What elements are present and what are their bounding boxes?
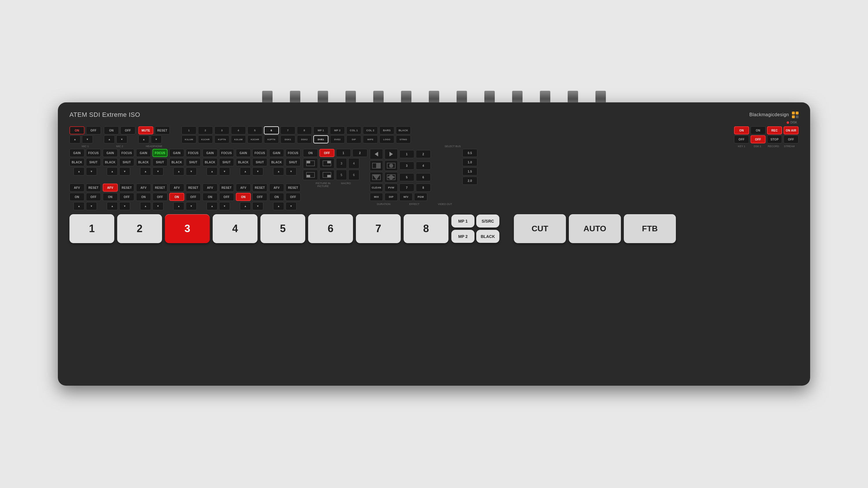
mic1-off-button[interactable]: OFF [86,126,101,134]
bus-btn-mp2[interactable]: MP 2 [330,126,345,134]
strip5-up[interactable]: ▲ [207,167,218,175]
bus-btn-k2chr[interactable]: K2CHR [247,135,262,143]
strip1-reset[interactable]: RESET [86,184,101,192]
bus-btn-dip[interactable]: DIP [346,135,361,143]
ftb-button[interactable]: FTB [624,214,676,243]
stop-button[interactable]: STOP [767,135,782,143]
strip6-black[interactable]: BLACK [236,158,251,166]
bus-btn-8[interactable]: 8 [297,126,312,134]
trans-clean-button[interactable]: CLEAN [370,184,383,192]
strip6-up2[interactable]: ▲ [240,202,251,210]
bus-btn-k2ptn[interactable]: K2PTN [264,135,279,143]
strip6-up[interactable]: ▲ [240,167,251,175]
strip1-shut[interactable]: SHUT [86,158,101,166]
strip6-reset[interactable]: RESET [252,184,267,192]
dsk1-off-button[interactable]: OFF [750,135,766,143]
duration-20-button[interactable]: 2.0 [462,176,477,185]
strip6-afv[interactable]: AFV [236,184,251,192]
strip6-down2[interactable]: ▼ [252,202,263,210]
strip3-up[interactable]: ▲ [140,167,151,175]
strip5-black[interactable]: BLACK [203,158,218,166]
mic1-on-button[interactable]: ON [69,126,85,134]
strip4-reset[interactable]: RESET [186,184,201,192]
duration-05-button[interactable]: 0.5 [462,149,477,157]
strip1-down2[interactable]: ▼ [86,202,97,210]
strip7-reset[interactable]: RESET [286,184,301,192]
strip1-up2[interactable]: ▲ [73,202,85,210]
strip5-down[interactable]: ▼ [219,167,230,175]
effect-dip-button[interactable]: DIP [384,193,398,201]
camera-btn-6[interactable]: 6 [308,214,353,243]
strip4-down2[interactable]: ▼ [186,202,197,210]
trans-pattern-1[interactable] [370,160,383,171]
camera-btn-7[interactable]: 7 [356,214,401,243]
bus-btn-dve2[interactable]: DVE2 [330,135,345,143]
cut-button[interactable]: CUT [514,214,566,243]
strip7-gain[interactable]: GAIN [269,149,284,157]
strip5-up2[interactable]: ▲ [207,202,218,210]
strip4-up2[interactable]: ▲ [173,202,184,210]
strip1-afv[interactable]: AFV [69,184,85,192]
strip2-shut[interactable]: SHUT [119,158,134,166]
strip4-off[interactable]: OFF [186,193,201,201]
bus-btn-k1chr[interactable]: K1CHR [198,135,213,143]
strip6-gain[interactable]: GAIN [236,149,251,157]
strip4-gain[interactable]: GAIN [169,149,184,157]
video-out-mv-button[interactable]: M/V [399,193,412,201]
strip5-shut[interactable]: SHUT [219,158,234,166]
strip3-up2[interactable]: ▲ [140,202,151,210]
strip7-afv[interactable]: AFV [269,184,284,192]
bus-btn-3[interactable]: 3 [214,126,229,134]
strip1-down[interactable]: ▼ [86,167,97,175]
aux-num-4[interactable]: 4 [416,162,431,170]
bus-btn-4[interactable]: 4 [231,126,246,134]
strip6-down[interactable]: ▼ [252,167,263,175]
pip-tl-button[interactable] [303,158,318,168]
strip7-down2[interactable]: ▼ [286,202,297,210]
on-air-button[interactable]: ON AIR [783,126,799,134]
camera-btn-8[interactable]: 8 [404,214,448,243]
mic2-down-button[interactable]: ▼ [116,135,127,143]
aux-num-1[interactable]: 1 [399,150,414,158]
strip2-down2[interactable]: ▼ [119,202,130,210]
strip2-up2[interactable]: ▲ [107,202,118,210]
bus-btn-dsk1[interactable]: DSK1 [280,135,296,143]
strip3-down[interactable]: ▼ [153,167,163,175]
macro-num-1[interactable]: 1 [336,149,351,157]
mic1-up-button[interactable]: ▲ [69,135,81,143]
strip5-gain[interactable]: GAIN [203,149,218,157]
strip2-black[interactable]: BLACK [103,158,118,166]
strip4-focus[interactable]: FOCUS [186,149,201,157]
bus-btn-dve1[interactable]: DVE1 [313,135,329,143]
macro-num-4[interactable]: 4 [348,158,359,168]
strip5-afv[interactable]: AFV [203,184,218,192]
strip3-reset[interactable]: RESET [153,184,167,192]
video-out-pgm-button[interactable]: PGM [414,193,427,201]
bus-btn-col1[interactable]: COL 1 [346,126,361,134]
duration-15-button[interactable]: 1.5 [462,167,477,175]
strip3-black[interactable]: BLACK [136,158,151,166]
bus-btn-k1ptn[interactable]: K1PTN [214,135,229,143]
strip1-up[interactable]: ▲ [73,167,85,175]
mic2-up-button[interactable]: ▲ [104,135,115,143]
strip7-up[interactable]: ▲ [273,167,284,175]
mp2-button[interactable]: MP 2 [452,230,474,243]
bus-btn-sting[interactable]: STING [396,135,411,143]
auto-button[interactable]: AUTO [569,214,621,243]
key1-on2-button[interactable]: ON [750,126,766,134]
strip1-gain[interactable]: GAIN [69,149,85,157]
aux-num-7[interactable]: 7 [399,184,414,192]
bus-btn-logo[interactable]: LOGO [379,135,394,143]
pip-tr-button[interactable] [319,158,335,168]
mp1-button[interactable]: MP 1 [452,215,474,228]
mic1-down-button[interactable]: ▼ [82,135,93,143]
bus-btn-mp1[interactable]: MP 1 [313,126,329,134]
strip3-focus[interactable]: FOCUS [153,149,167,157]
strip6-on[interactable]: ON [236,193,251,201]
strip2-on[interactable]: ON [103,193,118,201]
trans-pvw-button[interactable]: PVW [384,184,398,192]
rec-button[interactable]: REC [767,126,782,134]
strip1-off[interactable]: OFF [86,193,101,201]
camera-btn-4[interactable]: 4 [213,214,257,243]
strip3-down2[interactable]: ▼ [153,202,163,210]
